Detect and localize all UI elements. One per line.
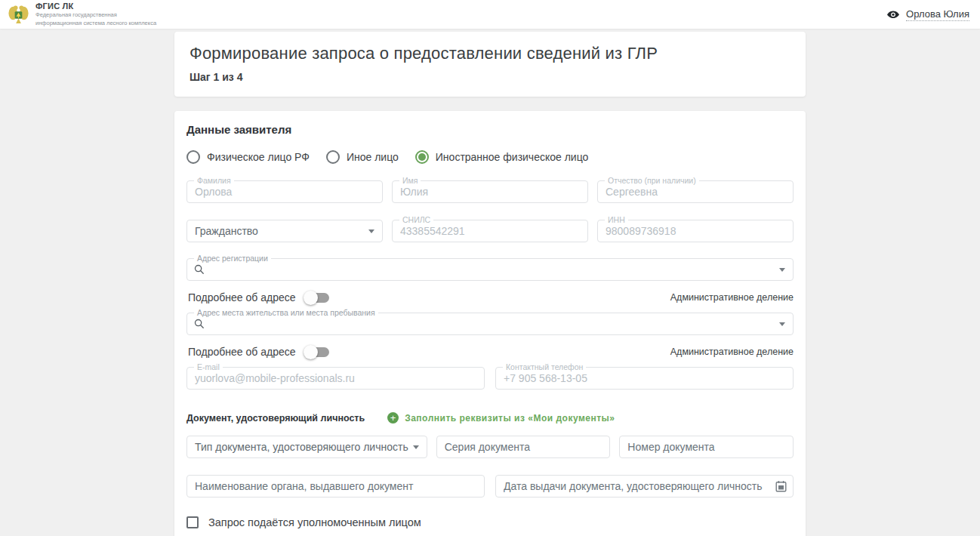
registration-address-options-row: Подробнее об адресе Административное дел…: [186, 290, 794, 305]
logo-title: ФГИС ЛК: [35, 2, 156, 11]
chevron-down-icon: [413, 445, 419, 449]
page-header-card: Формирование запроса о предоставлении св…: [174, 32, 806, 97]
toggle-switch-off[interactable]: [307, 293, 329, 303]
document-fields-row-1: Тип документа, удостоверяющего личность: [186, 436, 794, 458]
snils-field: СНИЛС: [392, 220, 588, 242]
radio-icon: [326, 150, 340, 164]
identity-fields-row: Гражданство СНИЛС ИНН: [186, 220, 794, 242]
app-header: ФГИС ЛК Федеральная государственная инфо…: [0, 0, 980, 29]
phone-field: Контактный телефон: [495, 367, 794, 390]
main-content: Формирование запроса о предоставлении св…: [0, 32, 980, 536]
calendar-icon[interactable]: [775, 480, 787, 492]
eye-icon: [886, 9, 900, 20]
plus-icon: +: [387, 412, 399, 424]
admin-division-link[interactable]: Административное деление: [670, 347, 794, 357]
search-icon: [194, 319, 205, 329]
radio-individual-rf[interactable]: Физическое лицо РФ: [186, 150, 310, 164]
section-title: Данные заявителя: [186, 123, 794, 136]
page-title: Формирование запроса о предоставлении св…: [190, 44, 790, 63]
app-logo[interactable]: ФГИС ЛК Федеральная государственная инфо…: [8, 2, 156, 26]
document-number-field[interactable]: [619, 436, 794, 458]
authorized-person-checkbox[interactable]: Запрос подаётся уполномоченным лицом: [186, 516, 794, 528]
citizenship-select[interactable]: Гражданство: [186, 220, 383, 242]
step-indicator: Шаг 1 из 4: [190, 71, 790, 83]
radio-icon: [186, 150, 200, 164]
document-type-select[interactable]: Тип документа, удостоверяющего личность: [186, 436, 427, 458]
identity-document-title: Документ, удостоверяющий личность: [186, 413, 365, 424]
contact-fields-row: E-mail Контактный телефон: [186, 367, 794, 390]
applicant-type-radio-group: Физическое лицо РФ Иное лицо Иностранное…: [186, 150, 794, 164]
residence-address-field[interactable]: Адрес места жительства или места пребыва…: [186, 313, 794, 335]
middle-name-field: Отчество (при наличии): [597, 180, 794, 203]
identity-document-section-header: Документ, удостоверяющий личность + Запо…: [186, 412, 794, 424]
applicant-form-card: Данные заявителя Физическое лицо РФ Иное…: [174, 111, 806, 536]
document-series-field[interactable]: [436, 436, 611, 458]
toggle-switch-off[interactable]: [307, 347, 329, 357]
last-name-field: Фамилия: [186, 180, 383, 203]
address-details-toggle[interactable]: Подробнее об адресе: [188, 346, 329, 358]
radio-icon-selected: [415, 150, 429, 164]
residence-address-options-row: Подробнее об адресе Административное дел…: [186, 344, 794, 359]
address-details-toggle[interactable]: Подробнее об адресе: [188, 291, 329, 303]
chevron-down-icon: [368, 229, 374, 233]
logo-text: ФГИС ЛК Федеральная государственная инфо…: [35, 2, 156, 26]
document-fields-row-2: [186, 475, 794, 497]
user-name: Орлова Юлия: [906, 8, 969, 21]
search-icon: [194, 264, 205, 275]
admin-division-link[interactable]: Административное деление: [670, 292, 794, 303]
chevron-down-icon: [779, 322, 785, 326]
document-issuer-field[interactable]: [186, 475, 485, 497]
logo-subtitle: Федеральная государственная информационн…: [35, 11, 156, 26]
document-issue-date-field[interactable]: [495, 475, 794, 497]
radio-foreign-individual[interactable]: Иностранное физическое лицо: [415, 150, 589, 164]
coat-of-arms-icon: [8, 4, 29, 26]
inn-field: ИНН: [597, 220, 794, 242]
email-field: E-mail: [186, 367, 485, 390]
fill-from-my-documents-button[interactable]: + Заполнить реквизиты из «Мои документы»: [387, 412, 615, 424]
checkbox-icon: [186, 516, 199, 528]
first-name-field: Имя: [392, 180, 588, 203]
radio-other-person[interactable]: Иное лицо: [326, 150, 399, 164]
name-fields-row: Фамилия Имя Отчество (при наличии): [186, 180, 794, 203]
chevron-down-icon: [779, 268, 785, 272]
registration-address-field[interactable]: Адрес регистрации: [186, 258, 794, 281]
user-menu[interactable]: Орлова Юлия: [886, 8, 969, 21]
